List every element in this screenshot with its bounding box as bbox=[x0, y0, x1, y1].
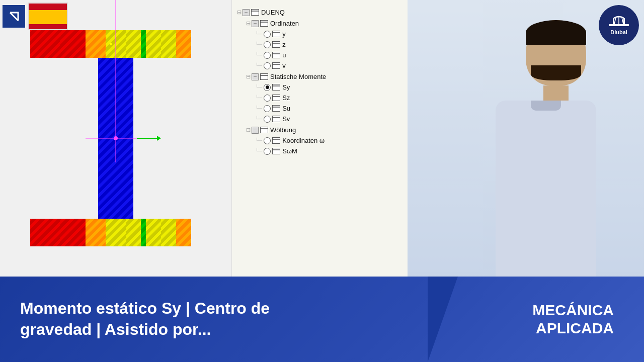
bottom-bar: Momento estático Sy | Centro de gravedad… bbox=[0, 277, 644, 362]
svg-rect-1 bbox=[609, 24, 629, 26]
flange-bot-seg-yellow-4 bbox=[161, 219, 176, 246]
label-duenq: DUENQ bbox=[261, 9, 285, 16]
svg-rect-2 bbox=[613, 18, 614, 25]
label-som: SωM bbox=[282, 147, 297, 155]
window-icon-sv bbox=[272, 116, 280, 122]
bottom-flange bbox=[30, 219, 201, 246]
checkbox-duenq[interactable]: ─ bbox=[243, 9, 250, 16]
window-icon-y bbox=[272, 31, 280, 37]
flange-bot-seg-green bbox=[141, 219, 146, 246]
tree-item-sz[interactable]: └─ Sz bbox=[237, 93, 403, 103]
flange-bot-seg-orange-2 bbox=[176, 219, 191, 246]
window-icon-sy bbox=[272, 84, 280, 90]
flange-bot-seg-yellow-3 bbox=[146, 219, 161, 246]
window-icon-v bbox=[272, 62, 280, 69]
window-icon-som bbox=[272, 148, 280, 154]
tree-item-su[interactable]: └─ Su bbox=[237, 104, 403, 113]
tree-item-ordinaten[interactable]: ⊟ ─ Ordinaten bbox=[237, 19, 403, 28]
radio-z[interactable] bbox=[264, 41, 271, 48]
center-dot bbox=[114, 136, 118, 140]
window-icon-wolbung bbox=[260, 127, 268, 133]
tree-item-sy[interactable]: └─ Sy bbox=[237, 82, 403, 92]
flange-seg-red-2 bbox=[60, 30, 86, 58]
arrow-button[interactable] bbox=[3, 5, 25, 28]
tree-item-v[interactable]: └─ v bbox=[237, 61, 403, 70]
radio-u[interactable] bbox=[264, 52, 271, 59]
svg-line-6 bbox=[622, 18, 623, 24]
spain-flag bbox=[28, 3, 68, 30]
flange-seg-yellow-4 bbox=[161, 30, 176, 58]
flange-seg-red-1 bbox=[30, 30, 60, 58]
flange-seg-orange bbox=[86, 30, 106, 58]
bottom-right-area: MECÁNICA APLICADA bbox=[327, 301, 644, 337]
tree-item-som[interactable]: └─ SωM bbox=[237, 146, 403, 156]
label-wolbung: Wölbung bbox=[270, 126, 296, 134]
label-u: u bbox=[282, 51, 286, 59]
web-container bbox=[98, 58, 133, 219]
radio-sy[interactable] bbox=[264, 84, 271, 91]
dlubal-bridge-icon bbox=[609, 15, 629, 28]
person-silhouette bbox=[496, 20, 596, 277]
label-sv: Sv bbox=[282, 115, 290, 123]
radio-sv[interactable] bbox=[264, 116, 271, 123]
tree-item-u[interactable]: └─ u bbox=[237, 50, 403, 60]
dlubal-logo: Dlubal bbox=[599, 5, 639, 45]
top-left-controls bbox=[3, 3, 68, 30]
label-statische: Statische Momente bbox=[270, 73, 326, 80]
tree-item-statische[interactable]: ⊟ ─ Statische Momente bbox=[237, 72, 403, 81]
svg-rect-3 bbox=[623, 18, 625, 25]
label-koordinaten: Koordinaten ω bbox=[282, 137, 325, 144]
flange-bot-seg-orange bbox=[86, 219, 106, 246]
tree-item-z[interactable]: └─ z bbox=[237, 40, 403, 49]
web bbox=[98, 58, 133, 219]
radio-su[interactable] bbox=[264, 105, 271, 112]
ibeam-diagram bbox=[30, 30, 201, 246]
flange-seg-orange-2 bbox=[176, 30, 191, 58]
flange-bot-seg-yellow-2 bbox=[126, 219, 141, 246]
window-icon-u bbox=[272, 52, 280, 58]
tree-item-duenq[interactable]: ⊟ ─ DUENQ bbox=[237, 8, 403, 17]
radio-koordinaten[interactable] bbox=[264, 137, 271, 144]
label-sz: Sz bbox=[282, 94, 290, 102]
bottom-text-area: Momento estático Sy | Centro de gravedad… bbox=[0, 288, 327, 350]
label-v: v bbox=[282, 62, 286, 69]
flange-seg-green bbox=[141, 30, 146, 58]
checkbox-wolbung[interactable]: ─ bbox=[252, 127, 259, 134]
checkbox-statische[interactable]: ─ bbox=[252, 73, 259, 80]
svg-line-4 bbox=[614, 18, 616, 24]
window-icon-su bbox=[272, 105, 280, 112]
radio-y[interactable] bbox=[264, 31, 271, 38]
bottom-category: MECÁNICA APLICADA bbox=[532, 301, 614, 337]
checkbox-ordinaten[interactable]: ─ bbox=[252, 20, 259, 27]
flange-bot-seg-yellow-1 bbox=[106, 219, 126, 246]
flange-seg-yellow-3 bbox=[146, 30, 161, 58]
tree-item-sv[interactable]: └─ Sv bbox=[237, 114, 403, 124]
window-icon-koordinaten bbox=[272, 137, 280, 144]
tree-item-koordinaten[interactable]: └─ Koordinaten ω bbox=[237, 136, 403, 145]
arrow-down-right-icon bbox=[7, 10, 21, 24]
flange-seg-yellow-2 bbox=[126, 30, 141, 58]
diagonal-separator bbox=[428, 277, 458, 362]
dlubal-text: Dlubal bbox=[610, 29, 627, 35]
window-icon-statische bbox=[260, 73, 268, 80]
window-icon-duenq bbox=[251, 9, 259, 16]
svg-line-0 bbox=[10, 13, 18, 21]
tree-item-y[interactable]: └─ y bbox=[237, 29, 403, 39]
category-line2: APLICADA bbox=[532, 319, 614, 337]
flange-bot-seg-red-2 bbox=[60, 219, 86, 246]
radio-som[interactable] bbox=[264, 148, 271, 155]
tree-item-wolbung[interactable]: ⊟ ─ Wölbung bbox=[237, 125, 403, 135]
tree-panel: ⊟ ─ DUENQ ⊟ ─ Ordinaten └─ y └─ bbox=[231, 0, 408, 277]
bottom-title: Momento estático Sy | Centro de gravedad… bbox=[20, 298, 307, 340]
ibeam-panel bbox=[0, 0, 231, 277]
window-icon-sz bbox=[272, 95, 280, 101]
label-y: y bbox=[282, 30, 286, 38]
flange-bot-seg-red-1 bbox=[30, 219, 60, 246]
label-su: Su bbox=[282, 105, 290, 112]
category-line1: MECÁNICA bbox=[532, 301, 614, 319]
main-area: ⊟ ─ DUENQ ⊟ ─ Ordinaten └─ y └─ bbox=[0, 0, 644, 277]
radio-sz[interactable] bbox=[264, 95, 271, 102]
radio-v[interactable] bbox=[264, 62, 271, 69]
label-ordinaten: Ordinaten bbox=[270, 20, 299, 27]
label-z: z bbox=[282, 41, 286, 48]
